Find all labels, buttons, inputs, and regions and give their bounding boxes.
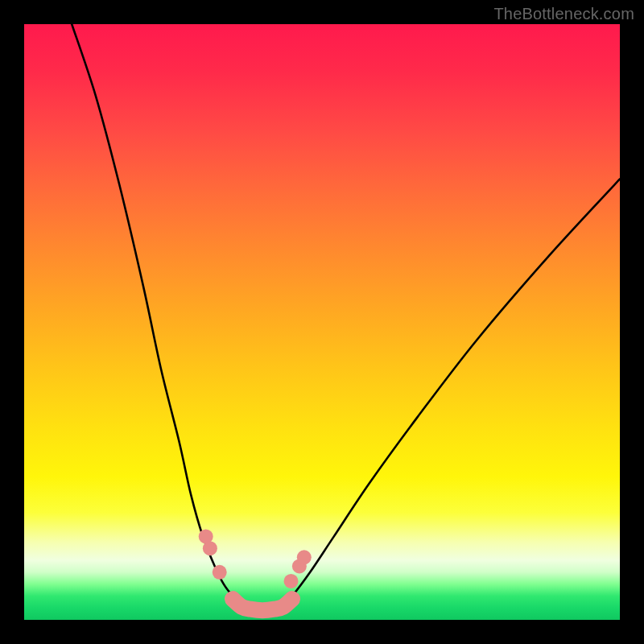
data-marker — [213, 565, 227, 580]
watermark: TheBottleneck.com — [493, 5, 634, 23]
chart-container: { "watermark": "TheBottleneck.com", "cha… — [0, 0, 644, 644]
markers-left — [199, 529, 227, 579]
data-marker — [297, 550, 312, 564]
data-marker — [203, 541, 217, 555]
bottom-marker-band — [233, 599, 292, 610]
plot-area — [24, 24, 620, 620]
curve-layer — [24, 24, 620, 620]
data-marker — [284, 574, 299, 588]
bottleneck-curve — [72, 24, 620, 609]
markers-right — [284, 550, 312, 588]
